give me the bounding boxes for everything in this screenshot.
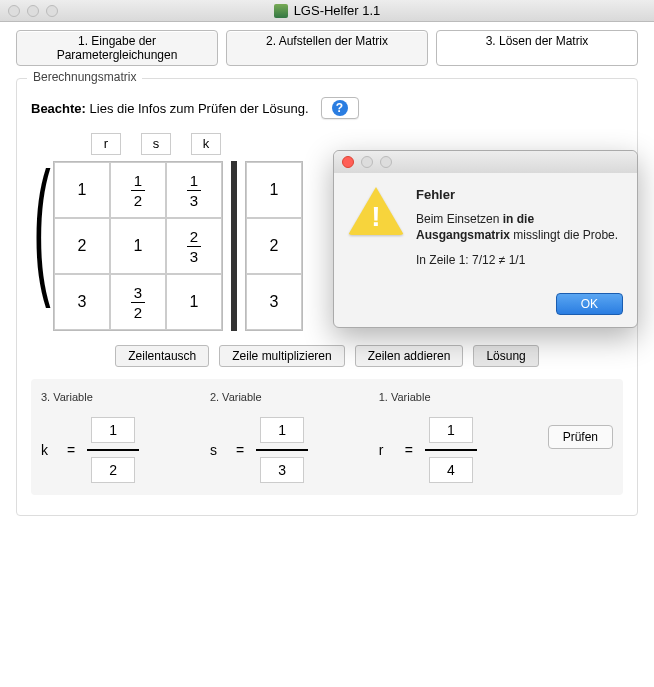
variable-box: 3. Variablek= [41, 391, 196, 483]
dialog-body: ! Fehler Beim Einsetzen in die Ausgangsm… [334, 173, 637, 293]
solution-panel: 3. Variablek=2. Variables=1. Variabler= … [31, 379, 623, 495]
numerator-input[interactable] [91, 417, 135, 443]
variable-name: s [210, 442, 224, 458]
warning-icon: ! [348, 187, 404, 237]
matrix-right: 123 [245, 161, 303, 331]
matrix-cell: 2 [246, 218, 302, 274]
subtab-zeilentausch[interactable]: Zeilentausch [115, 345, 209, 367]
denominator-input[interactable] [91, 457, 135, 483]
ok-button[interactable]: OK [556, 293, 623, 315]
help-icon: ? [332, 100, 348, 116]
left-bracket-icon: ( [33, 162, 50, 290]
variable-title: 1. Variable [379, 391, 534, 403]
matrix-cell: 13 [166, 162, 222, 218]
matrix-cell: 3 [54, 274, 110, 330]
note-text: Beachte: Lies die Infos zum Prüfen der L… [31, 101, 309, 116]
window-title-text: LGS-Helfer 1.1 [294, 3, 381, 18]
equals-sign: = [67, 442, 75, 458]
matrix-cell: 32 [110, 274, 166, 330]
pruefen-button[interactable]: Prüfen [548, 425, 613, 449]
variable-title: 2. Variable [210, 391, 365, 403]
variable-box: 2. Variables= [210, 391, 365, 483]
tab-loesen[interactable]: 3. Lösen der Matrix [436, 30, 638, 66]
dialog-title: Fehler [416, 187, 623, 202]
denominator-input[interactable] [429, 457, 473, 483]
operation-tabs: Zeilentausch Zeile multiplizieren Zeilen… [31, 345, 623, 367]
col-label-r: r [91, 133, 121, 155]
fraction-bar [87, 449, 139, 451]
col-label-k: k [191, 133, 221, 155]
matrix-cell: 12 [110, 162, 166, 218]
matrix-cell: 1 [54, 162, 110, 218]
numerator-input[interactable] [429, 417, 473, 443]
window-title: LGS-Helfer 1.1 [0, 3, 654, 18]
equals-sign: = [236, 442, 244, 458]
equals-sign: = [405, 442, 413, 458]
variable-name: r [379, 442, 393, 458]
matrix-cell: 1 [166, 274, 222, 330]
col-label-s: s [141, 133, 171, 155]
fraction-bar [425, 449, 477, 451]
numerator-input[interactable] [260, 417, 304, 443]
matrix-cell: 2 [54, 218, 110, 274]
matrix-cell: 1 [246, 162, 302, 218]
dialog-minimize-icon [361, 156, 373, 168]
groupbox-title: Berechnungsmatrix [27, 70, 142, 84]
app-icon [274, 4, 288, 18]
matrix-separator [231, 161, 237, 331]
matrix-cell: 1 [110, 218, 166, 274]
error-dialog: ! Fehler Beim Einsetzen in die Ausgangsm… [333, 150, 638, 328]
help-button[interactable]: ? [321, 97, 359, 119]
dialog-zoom-icon [380, 156, 392, 168]
dialog-message-2: In Zeile 1: 7/12 ≠ 1/1 [416, 253, 623, 269]
denominator-input[interactable] [260, 457, 304, 483]
dialog-title-bar [334, 151, 637, 173]
subtab-addieren[interactable]: Zeilen addieren [355, 345, 464, 367]
dialog-close-icon[interactable] [342, 156, 354, 168]
tab-eingabe[interactable]: 1. Eingabe der Parametergleichungen [16, 30, 218, 66]
window-title-bar: LGS-Helfer 1.1 [0, 0, 654, 22]
note-row: Beachte: Lies die Infos zum Prüfen der L… [31, 97, 623, 119]
subtab-loesung[interactable]: Lösung [473, 345, 538, 367]
fraction-bar [256, 449, 308, 451]
matrix-cell: 3 [246, 274, 302, 330]
variable-title: 3. Variable [41, 391, 196, 403]
matrix-cell: 23 [166, 218, 222, 274]
matrix-left: 1121321233321 [53, 161, 223, 331]
variable-box: 1. Variabler= [379, 391, 534, 483]
dialog-message-1: Beim Einsetzen in die Ausgangsmatrix mis… [416, 212, 623, 243]
main-tabs: 1. Eingabe der Parametergleichungen 2. A… [0, 22, 654, 66]
tab-aufstellen[interactable]: 2. Aufstellen der Matrix [226, 30, 428, 66]
dialog-text: Fehler Beim Einsetzen in die Ausgangsmat… [416, 187, 623, 279]
dialog-footer: OK [334, 293, 637, 327]
subtab-multiplizieren[interactable]: Zeile multiplizieren [219, 345, 344, 367]
variable-name: k [41, 442, 55, 458]
